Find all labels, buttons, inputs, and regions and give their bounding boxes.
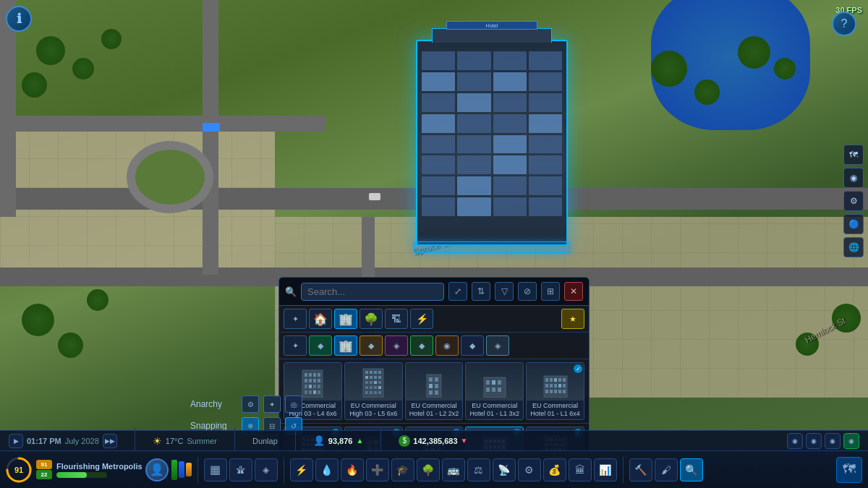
- tool-cityservices[interactable]: 🏛: [569, 458, 592, 481]
- xp-bar: [56, 472, 87, 478]
- building-label-4: EU Commercial Hotel 01 - L1 3x2: [466, 401, 523, 419]
- building-thumb-icon-5: [542, 366, 569, 398]
- help-button[interactable]: ?: [832, 12, 856, 36]
- svg-rect-16: [318, 390, 320, 394]
- level-badges: 91 22: [36, 460, 52, 479]
- pause-btn[interactable]: ▶: [9, 434, 23, 448]
- svg-rect-61: [558, 384, 561, 388]
- svg-rect-4: [318, 373, 320, 377]
- status-btn-1[interactable]: ◉: [787, 433, 803, 449]
- close-btn[interactable]: ✕: [564, 282, 583, 301]
- tool-electricity[interactable]: ⚡: [290, 458, 313, 481]
- pop-trend-icon: ▲: [356, 437, 363, 445]
- tool-bulldoze[interactable]: 🔨: [629, 458, 652, 481]
- right-btn-5[interactable]: 🌐: [843, 237, 864, 257]
- tool-search[interactable]: 🔍: [680, 458, 703, 481]
- svg-rect-53: [545, 378, 548, 382]
- info-button[interactable]: ℹ: [6, 6, 32, 32]
- subtab-8[interactable]: ◈: [486, 335, 509, 356]
- svg-rect-19: [370, 371, 373, 374]
- building-hotel-l2-2x2[interactable]: EU Commercial Hotel 01 - L2 2x2: [405, 362, 464, 420]
- building-thumb-icon-3: [420, 366, 448, 398]
- svg-rect-8: [318, 379, 320, 382]
- tab-utility[interactable]: ⚡: [410, 309, 433, 329]
- tool-transport[interactable]: 🚌: [442, 458, 465, 481]
- road-vertical-left: [0, 0, 16, 217]
- expand-btn[interactable]: ⤢: [448, 282, 467, 301]
- tool-fire[interactable]: 🔥: [341, 458, 364, 481]
- svg-rect-25: [378, 376, 381, 379]
- tab-favorites[interactable]: ★: [561, 309, 584, 329]
- right-btn-1[interactable]: 🗺: [843, 145, 864, 165]
- right-btn-2[interactable]: ◉: [843, 168, 864, 188]
- subtab-2[interactable]: 🏢: [334, 335, 357, 356]
- tool-finance[interactable]: 💰: [543, 458, 566, 481]
- tag-btn[interactable]: ⊘: [518, 282, 537, 301]
- tool-comm[interactable]: 📡: [493, 458, 516, 481]
- status-btn-4[interactable]: ◉: [843, 433, 859, 449]
- tree-11: [774, 58, 796, 80]
- skip-btn[interactable]: ▶▶: [103, 434, 117, 448]
- badge-1: ✓: [574, 364, 582, 373]
- subtab-1[interactable]: ◆: [309, 335, 332, 356]
- search-input[interactable]: [301, 283, 444, 301]
- anarchy-btn-3[interactable]: ◎: [285, 395, 302, 413]
- tree-1: [36, 36, 65, 65]
- subtab-3[interactable]: ◆: [359, 335, 383, 356]
- road-vertical-mid: [203, 0, 218, 275]
- money-amount: 142,385,683: [413, 437, 457, 445]
- subtab-all[interactable]: ✦: [284, 335, 307, 356]
- right-btn-4[interactable]: 🔵: [843, 214, 864, 234]
- search-icon: 🔍: [285, 286, 297, 297]
- layout-btn[interactable]: ⊞: [541, 282, 560, 301]
- building-label-3: EU Commercial Hotel 01 - L2 2x2: [406, 401, 463, 419]
- status-btn-2[interactable]: ◉: [806, 433, 822, 449]
- level-badge-bottom: 22: [36, 470, 52, 479]
- building-hotel-l1-3x2[interactable]: EU Commercial Hotel 01 - L1 3x2: [465, 362, 524, 420]
- subtab-5[interactable]: ◆: [410, 335, 433, 356]
- tab-commercial[interactable]: 🏢: [334, 309, 357, 329]
- tool-health[interactable]: ➕: [366, 458, 389, 481]
- status-btn-3[interactable]: ◉: [825, 433, 841, 449]
- anarchy-btn-2[interactable]: ✦: [263, 395, 281, 413]
- right-btn-3[interactable]: ⚙: [843, 191, 864, 211]
- selected-building-3d[interactable]: Hotel: [416, 40, 568, 246]
- minimap-btn[interactable]: 🗺: [836, 457, 862, 483]
- building-thumb-icon-1: [299, 366, 326, 398]
- building-hotel-l1-6x4[interactable]: ✓ EU Commercial Hotel 01 - L1 6x4: [526, 362, 584, 420]
- tab-residential[interactable]: 🏠: [309, 309, 332, 329]
- tree-5: [22, 304, 54, 336]
- subtab-6[interactable]: ◉: [435, 335, 459, 356]
- tool-police[interactable]: ⚖: [467, 458, 490, 481]
- tool-parks[interactable]: 🌳: [417, 458, 440, 481]
- building-grid-1: EU Commercial High 03 - L4 6x6: [284, 362, 584, 420]
- season-display: Summer: [187, 437, 217, 445]
- tool-industry[interactable]: ⚙: [518, 458, 541, 481]
- tab-industry[interactable]: 🏗: [385, 309, 408, 329]
- tool-education[interactable]: 🎓: [391, 458, 414, 481]
- svg-text:91: 91: [14, 466, 23, 474]
- tool-stats[interactable]: 📊: [594, 458, 617, 481]
- svg-rect-46: [486, 380, 490, 385]
- tab-all[interactable]: ✦: [284, 309, 307, 329]
- anarchy-btn-1[interactable]: ⚙: [242, 395, 259, 413]
- tool-zones[interactable]: ▦: [204, 458, 227, 481]
- subtab-7[interactable]: ◆: [461, 335, 484, 356]
- filter-btn[interactable]: ▽: [495, 282, 514, 301]
- tree-4: [101, 29, 122, 49]
- xp-bar-container: [56, 472, 107, 478]
- tool-roads[interactable]: 🛣: [229, 458, 252, 481]
- tool-snap[interactable]: ◈: [255, 458, 278, 481]
- avatar-btn[interactable]: 👤: [145, 458, 169, 481]
- location-display: Dunlap: [252, 437, 278, 445]
- buildings-row1: EU Commercial High 03 - L4 6x6: [279, 359, 589, 424]
- svg-rect-2: [309, 373, 312, 377]
- tab-nature[interactable]: 🌳: [359, 309, 383, 329]
- building-eu-comm-h03-l5[interactable]: EU Commercial High 03 - L5 6x6: [344, 362, 403, 420]
- svg-rect-33: [378, 386, 381, 389]
- tool-paint[interactable]: 🖌: [655, 458, 678, 481]
- svg-rect-65: [554, 390, 557, 393]
- tool-water[interactable]: 💧: [315, 458, 339, 481]
- sort-btn[interactable]: ⇅: [472, 282, 490, 301]
- subtab-4[interactable]: ◈: [385, 335, 408, 356]
